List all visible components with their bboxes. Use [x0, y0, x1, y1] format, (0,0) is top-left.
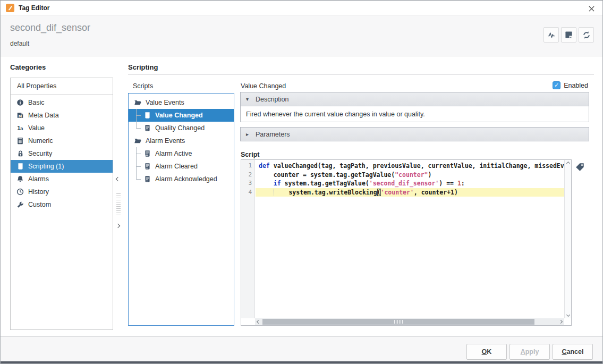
cancel-button[interactable]: Cancel: [553, 344, 593, 360]
enabled-checkbox-wrap[interactable]: ✓ Enabled: [553, 81, 588, 89]
tree-item-value-events[interactable]: Value Events: [129, 96, 234, 109]
categories-heading: Categories: [10, 63, 46, 71]
code-token: 1: [457, 180, 461, 187]
description-text: Fired whenever the current value changes…: [240, 106, 589, 122]
title-bar: Tag Editor: [1, 1, 602, 15]
tree-item-label: Quality Changed: [155, 124, 205, 132]
category-label: History: [28, 188, 49, 196]
line-number: 2: [241, 171, 254, 180]
tag-reference-icon[interactable]: [575, 162, 585, 172]
tree-item-quality-changed[interactable]: Quality Changed: [129, 122, 234, 134]
tag-provider: default: [10, 40, 29, 47]
tree-item-label: Alarm Cleared: [155, 163, 198, 170]
scripts-tree: Value EventsValue ChangedQuality Changed…: [128, 93, 234, 326]
security-icon: [16, 149, 24, 158]
category-item-numeric[interactable]: Numeric: [11, 134, 113, 147]
tree-item-value-changed[interactable]: Value Changed: [129, 109, 234, 122]
tree-item-alarm-events[interactable]: Alarm Events: [129, 134, 234, 147]
enabled-checkbox[interactable]: ✓: [553, 81, 560, 89]
code-token: 'second_dif_sensor': [369, 180, 439, 187]
parameters-panel: ▸ Parameters: [240, 127, 589, 141]
tree-connector: [136, 147, 143, 160]
splitter-expand-icon[interactable]: [116, 224, 120, 228]
code-line-2[interactable]: counter = system.tag.getTagValue("counte…: [256, 171, 564, 180]
code-token: system.tag.getTagValue(: [281, 180, 369, 187]
custom-icon: [16, 200, 24, 209]
category-item-history[interactable]: History: [11, 185, 113, 198]
line-number: 3: [241, 179, 254, 188]
dialog-footer: OKApplyCancel: [1, 336, 602, 362]
panel-splitter: [115, 173, 122, 272]
code-area[interactable]: def valueChanged(tag, tagPath, previousV…: [256, 160, 564, 318]
documentation-button[interactable]: [561, 27, 576, 43]
tree-item-alarm-acknowledged[interactable]: Alarm Acknowledged: [129, 173, 234, 185]
scripts-label: Scripts: [133, 82, 153, 90]
scrollbar-corner: [564, 318, 571, 325]
category-item-basic[interactable]: Basic: [11, 96, 113, 109]
alarms-icon: [16, 175, 24, 183]
category-item-custom[interactable]: Custom: [11, 198, 113, 211]
script-file-icon: [143, 162, 151, 171]
category-item-scripting-1[interactable]: Scripting (1): [11, 160, 113, 173]
horizontal-scrollbar: [255, 318, 564, 325]
close-icon[interactable]: [587, 4, 596, 13]
code-token: def: [259, 162, 270, 170]
tree-connector: [136, 109, 143, 122]
splitter-grip[interactable]: [116, 193, 121, 216]
numeric-icon: [16, 137, 24, 145]
code-line-4[interactable]: system.tag.writeBlocking('counter', coun…: [256, 188, 564, 197]
window-bottom-edge: [1, 361, 602, 363]
tree-item-alarm-active[interactable]: Alarm Active: [129, 147, 234, 160]
scripting-heading: Scripting: [128, 63, 158, 71]
tree-item-alarm-cleared[interactable]: Alarm Cleared: [129, 160, 234, 173]
enabled-label: Enabled: [564, 82, 588, 89]
category-item-meta-data[interactable]: MMeta Data: [11, 109, 113, 122]
horizontal-scroll-thumb[interactable]: [262, 319, 534, 325]
code-token: , counter+1): [414, 189, 458, 196]
code-token: [274, 189, 289, 196]
diagnostics-pulse-button[interactable]: [543, 27, 559, 43]
header-toolbar: [543, 27, 594, 43]
history-icon: [16, 188, 24, 196]
description-header[interactable]: ▾ Description: [240, 92, 589, 106]
window-title: Tag Editor: [19, 4, 49, 12]
event-title: Value Changed: [241, 82, 286, 90]
code-token: "counter": [395, 171, 428, 179]
line-number-gutter: 1234: [241, 160, 255, 318]
info-icon: [16, 98, 24, 107]
category-label: Custom: [28, 201, 51, 208]
tree-item-label: Alarm Events: [146, 137, 185, 145]
category-item-all-properties[interactable]: All Properties: [11, 78, 113, 95]
splitter-collapse-icon[interactable]: [116, 177, 120, 181]
code-token: valueChanged(tag, tagPath, previousValue…: [270, 162, 564, 170]
tag-editor-app-icon: [6, 4, 14, 12]
scroll-right-icon[interactable]: [557, 318, 564, 325]
parameters-header[interactable]: ▸ Parameters: [240, 127, 589, 141]
vertical-scrollbar: [564, 160, 571, 318]
code-token: :: [461, 180, 465, 187]
tree-item-label: Alarm Active: [155, 150, 192, 157]
scroll-down-icon[interactable]: [565, 311, 572, 318]
scroll-left-icon[interactable]: [255, 318, 262, 325]
scroll-up-icon[interactable]: [565, 160, 572, 167]
category-label: Basic: [28, 99, 45, 106]
ok-button[interactable]: OK: [466, 344, 507, 360]
code-token: if: [274, 180, 281, 187]
footer-buttons: OKApplyCancel: [466, 344, 593, 360]
category-item-value[interactable]: 1aValue: [11, 122, 113, 134]
script-file-icon: [143, 149, 151, 158]
description-header-label: Description: [256, 96, 289, 103]
tree-connector: [136, 122, 143, 134]
category-item-alarms[interactable]: Alarms: [11, 173, 113, 185]
code-token: counter = system.tag.getTagValue(: [259, 171, 395, 179]
apply-button[interactable]: Apply: [509, 344, 550, 360]
categories-items: BasicMMeta Data1aValueNumericSecurityScr…: [11, 95, 113, 211]
code-line-1[interactable]: def valueChanged(tag, tagPath, previousV…: [256, 162, 564, 171]
dialog-body: Categories All Properties BasicMMeta Dat…: [1, 56, 602, 336]
category-item-security[interactable]: Security: [11, 147, 113, 160]
folder-open-icon: [133, 98, 142, 107]
refresh-button[interactable]: [579, 27, 594, 43]
script-editor[interactable]: 1234 def valueChanged(tag, tagPath, prev…: [241, 159, 572, 326]
svg-text:M: M: [19, 114, 22, 118]
code-line-3[interactable]: if system.tag.getTagValue('second_dif_se…: [256, 179, 564, 188]
